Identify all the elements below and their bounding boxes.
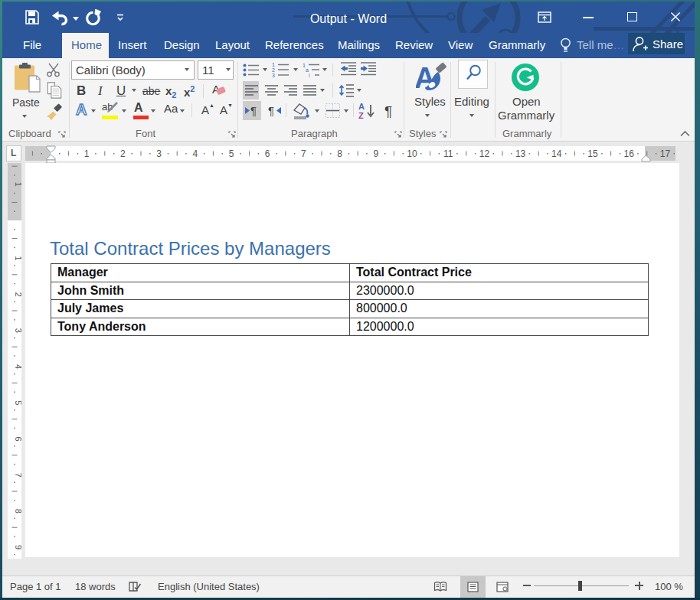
svg-text:2: 2: [120, 148, 126, 159]
svg-text:11: 11: [443, 148, 453, 159]
svg-text:16: 16: [624, 148, 635, 159]
svg-text:8: 8: [337, 148, 342, 159]
svg-text:1: 1: [14, 256, 22, 260]
svg-text:3: 3: [14, 328, 22, 333]
svg-text:9: 9: [14, 545, 22, 549]
svg-text:10: 10: [407, 148, 417, 159]
svg-text:5: 5: [14, 400, 22, 405]
svg-text:14: 14: [551, 148, 562, 159]
svg-text:1: 1: [84, 148, 90, 159]
svg-text:12: 12: [479, 148, 490, 159]
svg-text:i: i: [309, 73, 310, 77]
svg-text:4: 4: [14, 364, 22, 369]
svg-text:7: 7: [301, 148, 306, 159]
svg-text:1: 1: [14, 182, 22, 187]
svg-text:7: 7: [14, 473, 22, 478]
svg-text:6: 6: [14, 436, 22, 441]
svg-text:15: 15: [587, 148, 598, 159]
svg-text:8: 8: [14, 509, 22, 514]
svg-text:2: 2: [272, 67, 275, 73]
svg-text:2: 2: [14, 292, 22, 297]
svg-text:a: a: [306, 67, 309, 73]
svg-text:4: 4: [192, 148, 198, 159]
svg-text:13: 13: [515, 148, 526, 159]
svg-text:9: 9: [373, 148, 378, 159]
svg-text:3: 3: [156, 148, 162, 159]
svg-text:6: 6: [265, 148, 270, 159]
svg-text:17: 17: [660, 148, 671, 159]
svg-text:5: 5: [229, 148, 234, 159]
svg-text:1: 1: [272, 62, 275, 67]
svg-text:3: 3: [272, 73, 275, 77]
